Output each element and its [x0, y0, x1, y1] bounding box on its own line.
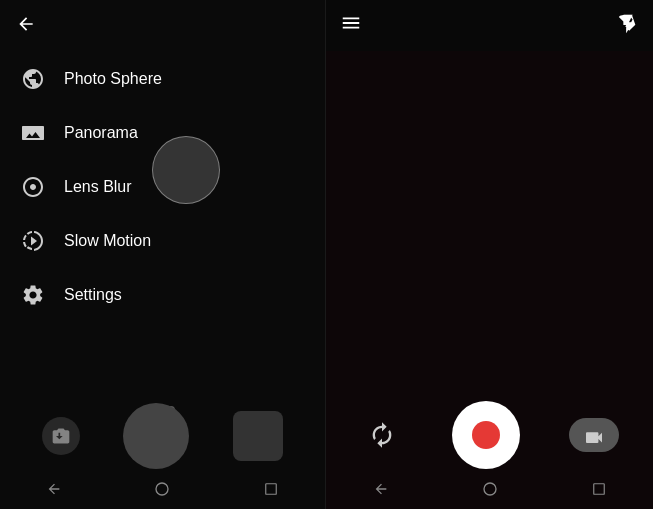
- home-nav-button[interactable]: [147, 474, 177, 504]
- top-bar-right: [326, 0, 653, 51]
- camera-viewfinder: [326, 51, 653, 509]
- flash-off-button[interactable]: [617, 13, 639, 39]
- back-nav-button[interactable]: [39, 474, 69, 504]
- menu-label-slow-motion: Slow Motion: [64, 232, 151, 250]
- nav-bar-right: [326, 473, 653, 505]
- right-panel: [326, 0, 653, 509]
- menu-item-lens-blur[interactable]: Lens Blur: [0, 160, 325, 214]
- settings-icon: [20, 282, 46, 308]
- slow-motion-icon: [20, 228, 46, 254]
- lens-blur-icon: [20, 174, 46, 200]
- gallery-button[interactable]: [233, 411, 283, 461]
- svg-point-2: [484, 483, 496, 495]
- shutter-button-right[interactable]: [452, 401, 520, 469]
- menu-label-lens-blur: Lens Blur: [64, 178, 132, 196]
- camera-mode-menu: Photo Sphere Panorama Lens Blur: [0, 52, 325, 322]
- bottom-bar-left: [0, 403, 325, 469]
- back-nav-button-right[interactable]: [366, 474, 396, 504]
- recents-nav-button[interactable]: [256, 474, 286, 504]
- video-mode-button[interactable]: [569, 418, 619, 452]
- shutter-button-left[interactable]: [123, 403, 189, 469]
- svg-point-0: [156, 483, 168, 495]
- left-panel: Photo Sphere Panorama Lens Blur: [0, 0, 326, 509]
- recents-nav-button-right[interactable]: [584, 474, 614, 504]
- svg-rect-1: [266, 484, 277, 495]
- rotate-camera-button[interactable]: [361, 414, 403, 456]
- hamburger-menu-button[interactable]: [340, 12, 362, 39]
- menu-label-settings: Settings: [64, 286, 122, 304]
- svg-rect-3: [593, 484, 604, 495]
- menu-item-photo-sphere[interactable]: Photo Sphere: [0, 52, 325, 106]
- bottom-bar-right: [326, 401, 653, 469]
- menu-item-settings[interactable]: Settings: [0, 268, 325, 322]
- menu-item-slow-motion[interactable]: Slow Motion: [0, 214, 325, 268]
- home-nav-button-right[interactable]: [475, 474, 505, 504]
- photo-sphere-icon: [20, 66, 46, 92]
- menu-label-panorama: Panorama: [64, 124, 138, 142]
- menu-item-panorama[interactable]: Panorama: [0, 106, 325, 160]
- shutter-record-dot: [472, 421, 500, 449]
- back-button[interactable]: [16, 14, 36, 39]
- panorama-icon: [20, 120, 46, 146]
- menu-label-photo-sphere: Photo Sphere: [64, 70, 162, 88]
- nav-bar-left: [0, 473, 325, 505]
- camera-switch-button[interactable]: [42, 417, 80, 455]
